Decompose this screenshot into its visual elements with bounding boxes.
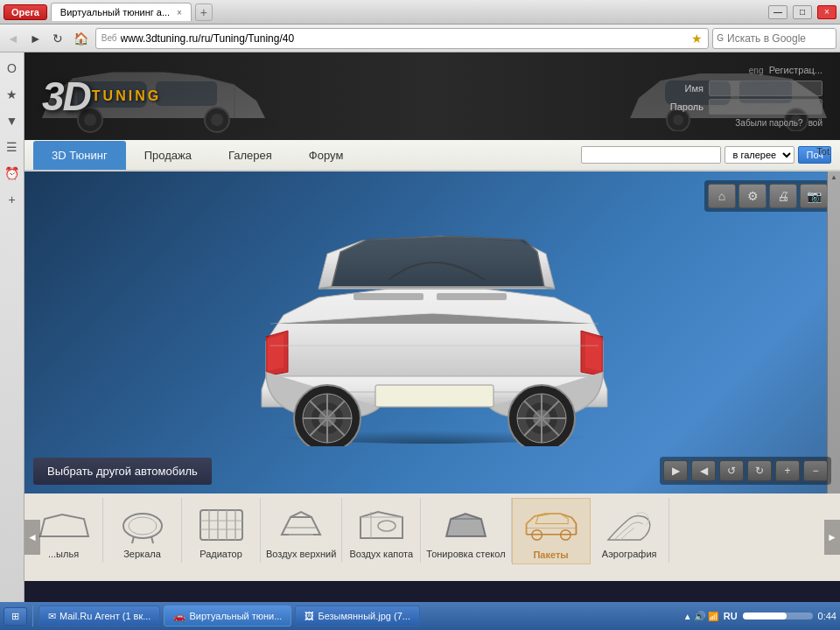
part-icon-bumper xyxy=(36,501,92,547)
sidebar-icon-opera[interactable]: O xyxy=(4,60,21,77)
reload-button[interactable]: ↻ xyxy=(49,30,66,47)
taskbar-arrow-icon[interactable]: ▲ xyxy=(683,612,692,621)
nav-search: в галерее Поч xyxy=(581,146,831,164)
tool-home-button[interactable]: ⌂ xyxy=(708,184,736,208)
tool-camera-button[interactable]: 📷 xyxy=(800,184,828,208)
auth-bottom-links: Забыли пароль? вой xyxy=(670,117,822,128)
taskbar-task-tuning[interactable]: 🚗 Виртуальный тюни... xyxy=(164,606,291,626)
car-main-svg xyxy=(214,201,651,446)
svg-line-39 xyxy=(132,536,134,543)
sidebar-icon-menu[interactable]: ☰ xyxy=(4,138,21,156)
active-tab[interactable]: Виртуальный тюнинг а... × xyxy=(51,3,192,21)
rotate-right-button[interactable]: ↻ xyxy=(747,460,772,481)
tool-controls: ⌂ ⚙ 🖨 📷 xyxy=(704,180,831,212)
part-icon-airbrush xyxy=(601,501,657,547)
taskbar-task-mail[interactable]: ✉ Mail.Ru Агент (1 вк... xyxy=(38,606,160,626)
maximize-button[interactable]: □ xyxy=(793,5,812,19)
back-button[interactable]: ◄ xyxy=(4,30,23,47)
start-button[interactable]: ⊞ xyxy=(4,607,27,626)
site-body: 3D TUNING eng Регистрац... Имя Пароль xyxy=(24,52,840,612)
tool-settings-button[interactable]: ⚙ xyxy=(738,184,766,208)
part-icon-air-hood xyxy=(354,501,410,547)
google-logo: G xyxy=(717,33,724,43)
search-input[interactable] xyxy=(727,32,832,45)
forward-button[interactable]: ► xyxy=(26,30,46,47)
scroll-arrow-up[interactable]: ▲ xyxy=(830,173,837,181)
site-nav: 3D Тюнинг Продажа Галерея Форум в галере… xyxy=(24,140,840,172)
part-label-tint: Тонировка стекол xyxy=(426,549,505,559)
taskbar-lang[interactable]: RU xyxy=(724,611,738,621)
forgot-password-link[interactable]: Забыли пароль? xyxy=(735,118,802,128)
tot-badge: Tot xyxy=(816,146,830,157)
part-item-airbrush[interactable]: Аэрография xyxy=(591,498,669,563)
taskbar-task-image[interactable]: 🖼 Безымянный.jpg (7... xyxy=(295,606,420,626)
rotate-left-button[interactable]: ↺ xyxy=(719,460,744,481)
taskbar-network-icon[interactable]: 📶 xyxy=(708,612,718,621)
login-link[interactable]: вой xyxy=(808,118,822,128)
part-label-mirrors: Зеркала xyxy=(123,549,161,559)
home-button[interactable]: 🏠 xyxy=(70,30,92,47)
svg-rect-15 xyxy=(437,293,507,300)
select-car-button[interactable]: Выбрать другой автомобиль xyxy=(33,458,212,485)
play-button[interactable]: ▶ xyxy=(663,460,688,481)
svg-point-38 xyxy=(129,517,157,535)
close-button[interactable]: × xyxy=(817,5,836,19)
svg-point-6 xyxy=(211,114,223,126)
svg-point-50 xyxy=(560,530,570,540)
part-icon-tint xyxy=(438,501,494,547)
title-bar: Opera Виртуальный тюнинг а... × + — □ × xyxy=(0,0,840,24)
car-icon: 🚗 xyxy=(173,611,186,622)
nav-search-select[interactable]: в галерее xyxy=(724,146,794,164)
parts-scroll-right-button[interactable]: ► xyxy=(824,520,840,555)
part-item-tint[interactable]: Тонировка стекол xyxy=(421,498,511,563)
tab-label: Виртуальный тюнинг а... xyxy=(60,7,170,18)
tool-print-button[interactable]: 🖨 xyxy=(769,184,797,208)
password-input[interactable] xyxy=(709,99,822,115)
part-label-bumper: ...ылья xyxy=(48,549,79,559)
tab-close-button[interactable]: × xyxy=(177,8,182,18)
svg-line-40 xyxy=(151,536,153,543)
register-link[interactable]: Регистрац... xyxy=(769,65,822,75)
taskbar-system-icons: ▲ 🔊 📶 xyxy=(683,611,718,622)
part-icon-packages xyxy=(523,502,579,548)
taskbar-right: ▲ 🔊 📶 RU 0:44 xyxy=(683,611,836,622)
nav-tab-sale[interactable]: Продажа xyxy=(126,141,210,170)
sidebar-icon-add[interactable]: + xyxy=(4,191,21,208)
lang-link[interactable]: eng xyxy=(749,66,764,75)
part-item-air-top[interactable]: Воздух верхний xyxy=(261,498,342,563)
zoom-in-button[interactable]: + xyxy=(775,460,800,481)
playback-controls: ▶ ◀ ↺ ↻ + − xyxy=(660,457,831,485)
search-bar[interactable]: G xyxy=(712,28,836,49)
nav-tab-3dtuning[interactable]: 3D Тюнинг xyxy=(33,141,126,170)
part-item-mirrors[interactable]: Зеркала xyxy=(103,498,182,563)
title-bar-left: Opera Виртуальный тюнинг а... × + xyxy=(4,3,213,21)
taskbar-speaker-icon[interactable]: 🔊 xyxy=(694,611,706,622)
prev-view-button[interactable]: ◀ xyxy=(691,460,716,481)
nav-tab-gallery[interactable]: Галерея xyxy=(210,141,290,170)
part-item-air-hood[interactable]: Воздух капота xyxy=(342,498,421,563)
zoom-out-button[interactable]: − xyxy=(803,460,828,481)
address-input[interactable] xyxy=(121,32,689,45)
new-tab-button[interactable]: + xyxy=(195,4,213,21)
part-item-radiator[interactable]: Радиатор xyxy=(182,498,261,563)
nav-search-input[interactable] xyxy=(581,146,721,164)
part-label-air-top: Воздух верхний xyxy=(266,549,336,559)
opera-button[interactable]: Opera xyxy=(4,4,47,20)
minimize-button[interactable]: — xyxy=(768,5,788,19)
parts-scroll-left-button[interactable]: ◄ xyxy=(24,520,40,555)
volume-level xyxy=(743,612,787,620)
browser-sidebar: O ★ ▼ ☰ ⏰ + xyxy=(0,52,24,612)
right-scrollbar[interactable]: ▲ xyxy=(827,172,840,494)
address-prefix: Веб xyxy=(102,33,117,43)
sidebar-icon-clock[interactable]: ⏰ xyxy=(4,164,21,182)
sidebar-icon-bookmark[interactable]: ★ xyxy=(4,86,21,103)
sidebar-icon-dropdown[interactable]: ▼ xyxy=(4,112,21,130)
main-layout: O ★ ▼ ☰ ⏰ + xyxy=(0,52,840,612)
address-bar[interactable]: Веб ★ xyxy=(95,28,710,49)
part-item-packages[interactable]: Пакеты xyxy=(512,498,591,564)
nav-tab-forum[interactable]: Форум xyxy=(290,141,362,170)
start-icon: ⊞ xyxy=(11,611,19,622)
username-input[interactable] xyxy=(709,80,822,96)
volume-slider[interactable] xyxy=(743,612,813,620)
bookmark-star-icon[interactable]: ★ xyxy=(691,32,703,46)
